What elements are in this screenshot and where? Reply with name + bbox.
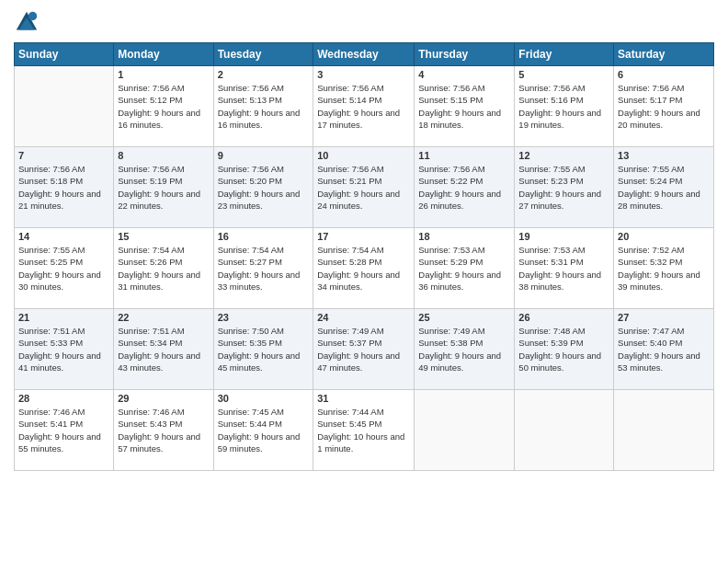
- calendar-cell: 24 Sunrise: 7:49 AM Sunset: 5:37 PM Dayl…: [313, 309, 415, 390]
- day-number: 10: [317, 150, 410, 161]
- sunset-text: Sunset: 5:28 PM: [317, 257, 381, 267]
- day-number: 12: [518, 150, 609, 161]
- weekday-header: Wednesday: [313, 43, 415, 66]
- day-number: 19: [518, 231, 609, 242]
- sunrise-text: Sunrise: 7:45 AM: [218, 407, 284, 417]
- calendar-cell: 12 Sunrise: 7:55 AM Sunset: 5:23 PM Dayl…: [515, 147, 614, 228]
- sunset-text: Sunset: 5:44 PM: [218, 419, 282, 429]
- calendar-cell: [15, 66, 114, 147]
- day-info: Sunrise: 7:56 AM Sunset: 5:14 PM Dayligh…: [317, 82, 410, 131]
- calendar-cell: 25 Sunrise: 7:49 AM Sunset: 5:38 PM Dayl…: [415, 309, 515, 390]
- day-info: Sunrise: 7:47 AM Sunset: 5:40 PM Dayligh…: [618, 325, 710, 373]
- daylight-text: Daylight: 9 hours and 45 minutes.: [218, 350, 301, 373]
- sunrise-text: Sunrise: 7:55 AM: [18, 245, 85, 255]
- daylight-text: Daylight: 9 hours and 17 minutes.: [317, 108, 400, 130]
- daylight-text: Daylight: 9 hours and 49 minutes.: [418, 350, 501, 373]
- day-number: 20: [618, 231, 710, 242]
- calendar-row: 21 Sunrise: 7:51 AM Sunset: 5:33 PM Dayl…: [15, 309, 714, 390]
- daylight-text: Daylight: 9 hours and 18 minutes.: [418, 108, 501, 130]
- day-number: 15: [118, 231, 209, 242]
- sunrise-text: Sunrise: 7:54 AM: [118, 245, 184, 255]
- daylight-text: Daylight: 9 hours and 26 minutes.: [418, 189, 501, 211]
- calendar-cell: 5 Sunrise: 7:56 AM Sunset: 5:16 PM Dayli…: [515, 66, 614, 147]
- daylight-text: Daylight: 9 hours and 38 minutes.: [518, 270, 601, 292]
- day-info: Sunrise: 7:44 AM Sunset: 5:45 PM Dayligh…: [317, 406, 410, 454]
- day-info: Sunrise: 7:55 AM Sunset: 5:23 PM Dayligh…: [518, 163, 609, 212]
- daylight-text: Daylight: 9 hours and 31 minutes.: [118, 270, 200, 292]
- calendar-cell: 2 Sunrise: 7:56 AM Sunset: 5:13 PM Dayli…: [213, 66, 313, 147]
- sunrise-text: Sunrise: 7:46 AM: [18, 407, 85, 417]
- day-number: 13: [618, 150, 710, 161]
- sunrise-text: Sunrise: 7:49 AM: [317, 326, 383, 336]
- day-number: 18: [418, 231, 510, 242]
- sunrise-text: Sunrise: 7:56 AM: [317, 164, 383, 174]
- sunset-text: Sunset: 5:12 PM: [118, 95, 182, 105]
- calendar-cell: 1 Sunrise: 7:56 AM Sunset: 5:12 PM Dayli…: [114, 66, 213, 147]
- sunset-text: Sunset: 5:22 PM: [418, 176, 483, 186]
- sunrise-text: Sunrise: 7:54 AM: [317, 245, 383, 255]
- day-number: 21: [18, 312, 109, 323]
- calendar-cell: 14 Sunrise: 7:55 AM Sunset: 5:25 PM Dayl…: [15, 228, 114, 309]
- day-number: 14: [18, 231, 109, 242]
- daylight-text: Daylight: 9 hours and 20 minutes.: [618, 108, 700, 130]
- calendar-cell: 3 Sunrise: 7:56 AM Sunset: 5:14 PM Dayli…: [313, 66, 415, 147]
- sunrise-text: Sunrise: 7:56 AM: [118, 164, 184, 174]
- daylight-text: Daylight: 9 hours and 23 minutes.: [218, 189, 301, 211]
- sunset-text: Sunset: 5:37 PM: [317, 338, 381, 348]
- sunset-text: Sunset: 5:35 PM: [218, 338, 282, 348]
- daylight-text: Daylight: 9 hours and 53 minutes.: [618, 350, 700, 373]
- sunrise-text: Sunrise: 7:48 AM: [518, 326, 585, 336]
- day-info: Sunrise: 7:52 AM Sunset: 5:32 PM Dayligh…: [618, 244, 710, 293]
- daylight-text: Daylight: 9 hours and 36 minutes.: [418, 270, 501, 292]
- sunrise-text: Sunrise: 7:51 AM: [118, 326, 184, 336]
- weekday-header: Tuesday: [213, 43, 313, 66]
- day-info: Sunrise: 7:49 AM Sunset: 5:37 PM Dayligh…: [317, 325, 410, 373]
- day-info: Sunrise: 7:54 AM Sunset: 5:27 PM Dayligh…: [218, 244, 310, 293]
- day-number: 17: [317, 231, 410, 242]
- sunset-text: Sunset: 5:38 PM: [418, 338, 483, 348]
- sunset-text: Sunset: 5:39 PM: [518, 338, 583, 348]
- calendar-header-row: SundayMondayTuesdayWednesdayThursdayFrid…: [15, 43, 714, 66]
- sunset-text: Sunset: 5:16 PM: [518, 95, 583, 105]
- sunrise-text: Sunrise: 7:46 AM: [118, 407, 184, 417]
- svg-point-2: [28, 12, 37, 20]
- sunrise-text: Sunrise: 7:44 AM: [317, 407, 383, 417]
- sunrise-text: Sunrise: 7:56 AM: [418, 83, 484, 93]
- day-info: Sunrise: 7:45 AM Sunset: 5:44 PM Dayligh…: [218, 406, 310, 454]
- day-number: 26: [518, 312, 609, 323]
- day-info: Sunrise: 7:48 AM Sunset: 5:39 PM Dayligh…: [518, 325, 609, 373]
- sunset-text: Sunset: 5:14 PM: [317, 95, 381, 105]
- page: SundayMondayTuesdayWednesdayThursdayFrid…: [0, 0, 728, 563]
- day-info: Sunrise: 7:54 AM Sunset: 5:26 PM Dayligh…: [118, 244, 209, 293]
- daylight-text: Daylight: 9 hours and 19 minutes.: [518, 108, 601, 130]
- calendar-cell: [614, 390, 714, 471]
- header: [14, 9, 714, 35]
- daylight-text: Daylight: 9 hours and 57 minutes.: [118, 431, 200, 454]
- day-number: 16: [218, 231, 310, 242]
- daylight-text: Daylight: 9 hours and 24 minutes.: [317, 189, 400, 211]
- calendar-cell: 10 Sunrise: 7:56 AM Sunset: 5:21 PM Dayl…: [313, 147, 415, 228]
- sunset-text: Sunset: 5:23 PM: [518, 176, 583, 186]
- calendar-cell: 28 Sunrise: 7:46 AM Sunset: 5:41 PM Dayl…: [15, 390, 114, 471]
- daylight-text: Daylight: 9 hours and 16 minutes.: [118, 108, 200, 130]
- day-info: Sunrise: 7:56 AM Sunset: 5:18 PM Dayligh…: [18, 163, 109, 212]
- sunrise-text: Sunrise: 7:47 AM: [618, 326, 684, 336]
- day-number: 4: [418, 69, 510, 80]
- daylight-text: Daylight: 9 hours and 47 minutes.: [317, 350, 400, 373]
- calendar-cell: 27 Sunrise: 7:47 AM Sunset: 5:40 PM Dayl…: [614, 309, 714, 390]
- daylight-text: Daylight: 9 hours and 34 minutes.: [317, 270, 400, 292]
- day-info: Sunrise: 7:56 AM Sunset: 5:15 PM Dayligh…: [418, 82, 510, 131]
- calendar-row: 14 Sunrise: 7:55 AM Sunset: 5:25 PM Dayl…: [15, 228, 714, 309]
- sunrise-text: Sunrise: 7:56 AM: [18, 164, 85, 174]
- day-info: Sunrise: 7:56 AM Sunset: 5:16 PM Dayligh…: [518, 82, 609, 131]
- calendar-cell: 7 Sunrise: 7:56 AM Sunset: 5:18 PM Dayli…: [15, 147, 114, 228]
- day-number: 2: [218, 69, 310, 80]
- day-number: 23: [218, 312, 310, 323]
- day-info: Sunrise: 7:55 AM Sunset: 5:25 PM Dayligh…: [18, 244, 109, 293]
- day-number: 11: [418, 150, 510, 161]
- sunrise-text: Sunrise: 7:51 AM: [18, 326, 85, 336]
- calendar-cell: 20 Sunrise: 7:52 AM Sunset: 5:32 PM Dayl…: [614, 228, 714, 309]
- day-number: 28: [18, 393, 109, 404]
- sunset-text: Sunset: 5:40 PM: [618, 338, 682, 348]
- day-info: Sunrise: 7:54 AM Sunset: 5:28 PM Dayligh…: [317, 244, 410, 293]
